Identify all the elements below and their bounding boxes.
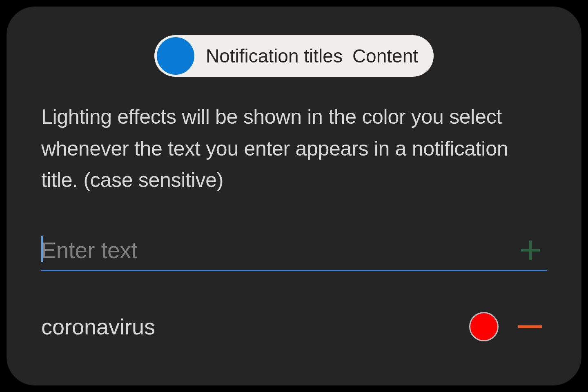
keyword-label: coronavirus	[41, 314, 155, 339]
color-swatch[interactable]	[469, 312, 499, 341]
keyword-input[interactable]	[41, 237, 519, 263]
toggle-container: Notification titles Content	[41, 35, 547, 77]
add-button[interactable]	[519, 239, 542, 262]
keyword-input-row	[41, 237, 547, 271]
plus-icon	[519, 239, 542, 262]
text-caret	[41, 236, 43, 262]
keyword-row: coronavirus	[41, 312, 547, 341]
keyword-actions	[469, 312, 547, 341]
minus-icon	[518, 325, 542, 328]
remove-button[interactable]	[518, 325, 542, 328]
description-text: Lighting effects will be shown in the co…	[41, 101, 547, 196]
toggle-label-titles: Notification titles	[206, 45, 343, 67]
toggle-label-content: Content	[352, 45, 418, 67]
settings-card: Notification titles Content Lighting eff…	[7, 7, 581, 385]
mode-toggle[interactable]: Notification titles Content	[154, 35, 434, 77]
toggle-knob	[157, 37, 194, 75]
